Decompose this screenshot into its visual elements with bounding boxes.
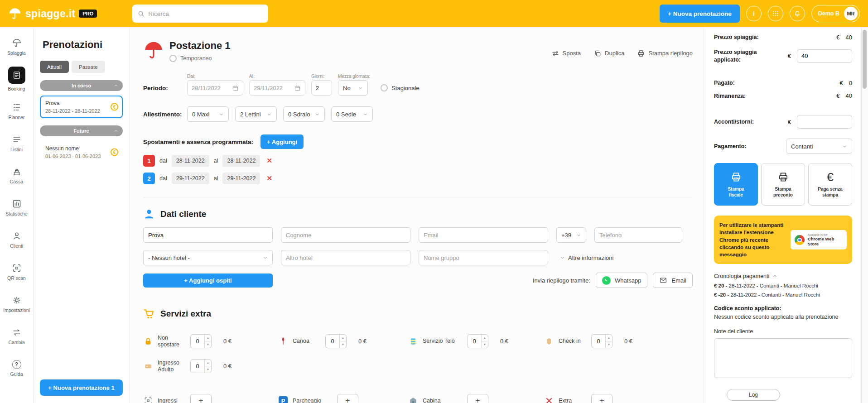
altre-informazioni-toggle[interactable]: Altre informazioni (560, 254, 613, 261)
stampa-preconto-button[interactable]: Stampa preconto (761, 163, 805, 206)
new-booking-panel-button[interactable]: + Nuova prenotazione 1 (40, 379, 123, 396)
scrollbar[interactable] (861, 27, 868, 403)
global-search[interactable] (132, 5, 268, 23)
stagionale-checkbox[interactable] (381, 84, 388, 91)
add-service-button[interactable]: + (591, 394, 612, 403)
whatsapp-button[interactable]: Whatsapp (596, 273, 648, 288)
plus-icon: + (600, 396, 604, 403)
cognome-field[interactable] (281, 227, 410, 243)
tab-attuali[interactable]: Attuali (40, 61, 69, 73)
quantity-stepper[interactable]: 0▴▾ (591, 334, 612, 348)
chrome-web-store-badge[interactable]: Available in the Chrome Web Store (791, 230, 847, 249)
telefono-field[interactable] (594, 227, 682, 243)
stepper-arrows[interactable]: ▴▾ (204, 335, 211, 348)
altro-hotel-field[interactable] (281, 250, 410, 265)
section-future[interactable]: Future (40, 125, 123, 136)
account-menu[interactable]: Demo B MR (811, 5, 860, 22)
acconti-input[interactable] (797, 115, 852, 129)
notifications-bell-icon[interactable] (790, 6, 805, 21)
remove-icon[interactable]: ✕ (266, 157, 272, 165)
nome-gruppo-field[interactable] (419, 250, 548, 265)
paga-senza-stampa-button[interactable]: € Paga senza stampa (808, 163, 852, 206)
stampa-fiscale-button[interactable]: Stampa fiscale (714, 163, 758, 206)
sidebar-item-spiaggia[interactable]: Spiaggia (0, 31, 33, 63)
new-booking-button[interactable]: + Nuova prenotazione (660, 5, 740, 23)
payment-panel: Prezzo spiaggia: €40 Prezzo spiaggia app… (704, 27, 861, 403)
pagamento-select[interactable]: Contanti (786, 139, 852, 154)
hotel-select[interactable]: - Nessun hotel - (143, 250, 273, 265)
sidebar-item-listini[interactable]: Listini (0, 127, 33, 159)
sposta-button[interactable]: Sposta (551, 44, 581, 62)
sidebar-item-planner[interactable]: Planner (0, 95, 33, 127)
temporaneo-checkbox[interactable] (169, 55, 177, 62)
maxi-select[interactable]: 0 Maxi (187, 106, 229, 122)
info-icon[interactable]: i (746, 6, 762, 21)
date-chip-from[interactable]: 28-11-2022 (172, 155, 209, 167)
calendar-icon (232, 85, 239, 91)
chevron-down-icon (315, 112, 320, 117)
add-service-button[interactable]: + (190, 394, 212, 403)
date-chip-to[interactable]: 29-11-2022 (222, 173, 260, 184)
chevron-down-icon (263, 255, 268, 260)
sedie-select[interactable]: 0 Sedie (331, 106, 373, 122)
booking-list-item-current[interactable]: Prova 28-11-2022 - 28-11-2022 € (40, 96, 123, 118)
sidebar-item-impostazioni[interactable]: Impostazioni (0, 288, 33, 320)
remove-icon[interactable]: ✕ (266, 174, 272, 182)
duplica-button[interactable]: Duplica (593, 44, 624, 62)
aggiungi-spostamento-button[interactable]: + Aggiungi (260, 134, 304, 149)
towel-icon (408, 337, 418, 346)
nome-field[interactable] (143, 227, 273, 243)
email-button[interactable]: Email (653, 273, 693, 288)
sidebar-item-clienti[interactable]: Clienti (0, 224, 33, 256)
add-service-button[interactable]: + (467, 394, 488, 403)
quantity-stepper[interactable]: 0▴▾ (190, 334, 212, 348)
sidebar-item-cassa[interactable]: Cassa (0, 159, 33, 192)
quantity-stepper[interactable]: 0▴▾ (190, 359, 212, 373)
lettini-select[interactable]: 2 Lettini (235, 106, 277, 122)
aggiungi-ospiti-button[interactable]: + Aggiungi ospiti (143, 273, 273, 288)
sdraio-select[interactable]: 0 Sdraio (283, 106, 325, 122)
booking-list-item-future[interactable]: Nessun nome 01-06-2023 - 01-06-2023 € (40, 141, 123, 163)
prezzo-applicato-label: Prezzo spiaggia applicato: (714, 48, 784, 64)
stepper-arrows[interactable]: ▴▾ (481, 335, 488, 348)
note-cliente-label: Note del cliente (714, 328, 852, 335)
envelope-icon (659, 276, 667, 284)
apps-grid-icon[interactable] (768, 6, 783, 21)
log-button[interactable]: Log (727, 389, 780, 401)
stepper-arrows[interactable]: ▴▾ (605, 335, 612, 348)
scrollbar-thumb[interactable] (863, 30, 867, 89)
service-name: Cabina (423, 398, 463, 403)
date-chip-to[interactable]: 28-11-2022 (222, 155, 260, 167)
stepper-arrows[interactable]: ▴▾ (339, 335, 346, 348)
prezzo-applicato-input[interactable] (797, 49, 852, 63)
stampa-riepilogo-button[interactable]: Stampa riepilogo (637, 44, 693, 62)
sidebar-item-cambia[interactable]: Cambia (0, 320, 33, 352)
sidebar-item-statistiche[interactable]: Statistiche (0, 192, 33, 224)
cronologia-pagamenti-toggle[interactable]: Cronologia pagamenti (714, 273, 852, 279)
quantity-stepper[interactable]: 0▴▾ (325, 334, 347, 348)
email-field[interactable] (419, 227, 548, 243)
service-name: Extra (559, 398, 587, 403)
dal-text: dal (159, 158, 167, 164)
cabin-icon (408, 396, 418, 403)
service-name: Servizio Telo (423, 338, 463, 345)
giorni-input[interactable] (311, 80, 332, 96)
dal-label: Dal: (187, 74, 243, 79)
mezza-giornata-select[interactable]: No (338, 80, 368, 96)
chrome-extension-notice[interactable]: Per utilizzare le stampanti installare l… (714, 216, 852, 264)
sidebar-item-qr-scan[interactable]: QR scan (0, 256, 33, 288)
date-chip-from[interactable]: 29-11-2022 (172, 173, 209, 184)
section-in-corso[interactable]: In corso (40, 80, 123, 91)
date-to-field[interactable]: 29/11/2022 (249, 80, 305, 96)
search-input[interactable] (148, 10, 263, 17)
app-logo[interactable]: spiagge.it PRO (8, 7, 97, 20)
add-service-button[interactable]: + (337, 394, 358, 403)
sidebar-item-guida[interactable]: ? Guida (0, 352, 33, 384)
tab-passate[interactable]: Passate (72, 61, 105, 73)
date-from-field[interactable]: 28/11/2022 (187, 80, 243, 96)
phone-prefix-select[interactable]: +39 (556, 227, 586, 243)
quantity-stepper[interactable]: 0▴▾ (467, 334, 488, 348)
note-cliente-textarea[interactable] (714, 338, 852, 378)
stepper-arrows[interactable]: ▴▾ (204, 360, 211, 373)
sidebar-item-booking[interactable]: Booking (0, 63, 33, 95)
